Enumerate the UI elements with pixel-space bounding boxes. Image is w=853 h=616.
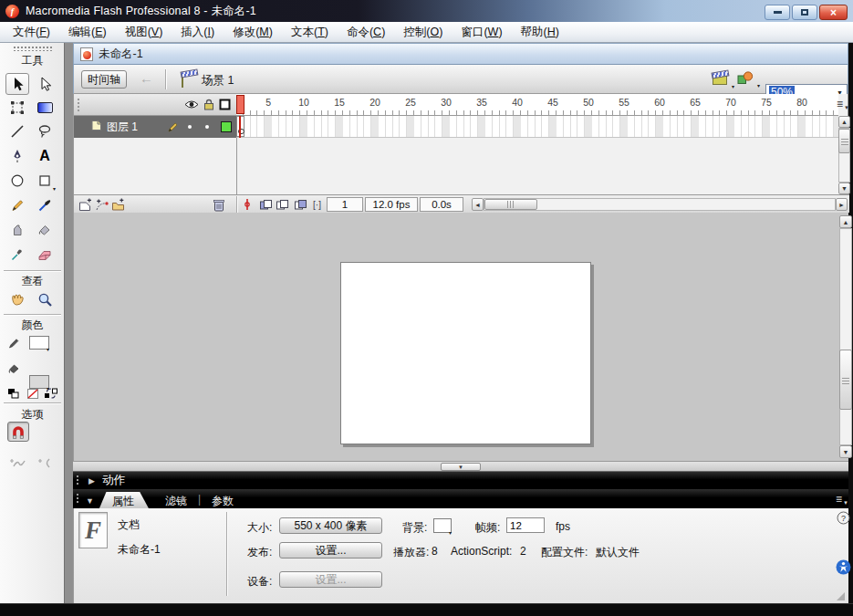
line-tool[interactable] (5, 120, 29, 142)
menu-item[interactable]: 控制(O) (394, 23, 452, 42)
smooth-option-button[interactable] (5, 452, 28, 474)
onion-skin-button[interactable] (258, 197, 274, 212)
layer-name[interactable]: 图层 1 (107, 120, 138, 135)
lasso-tool[interactable] (33, 120, 57, 142)
subselection-tool[interactable] (33, 73, 57, 95)
onion-skin-outlines-button[interactable] (275, 197, 290, 212)
device-settings-button[interactable]: 设置... (279, 571, 382, 588)
rectangle-tool[interactable]: ▾ (33, 170, 57, 192)
timeline-scroll-right[interactable]: ► (836, 198, 848, 211)
modify-onion-markers-button[interactable]: [·] (309, 197, 325, 212)
actions-panel-header[interactable]: ▶ 动作 (73, 472, 848, 489)
close-button[interactable]: × (819, 5, 848, 20)
pencil-tool[interactable] (5, 194, 29, 216)
panel-resize-grip[interactable] (837, 592, 845, 600)
collapse-arrow-icon[interactable]: ▼ (86, 496, 94, 506)
add-motion-guide-button[interactable] (94, 197, 109, 212)
document-title-bar[interactable]: 未命名-1 (73, 43, 848, 65)
menu-item[interactable]: 文本(T) (282, 23, 338, 42)
hand-tool[interactable] (5, 288, 29, 310)
publish-settings-button[interactable]: 设置... (279, 542, 382, 559)
paint-bucket-tool[interactable] (33, 219, 57, 241)
center-frame-button[interactable] (240, 197, 254, 212)
timeline-scroll-left[interactable]: ◄ (472, 198, 484, 211)
panel-divider[interactable]: ▼ (73, 461, 848, 472)
panel-grip[interactable] (76, 475, 80, 486)
pen-tool[interactable] (5, 145, 29, 167)
brush-tool[interactable] (33, 194, 57, 216)
pasteboard[interactable]: ▲ ▼ (73, 213, 848, 461)
oval-tool[interactable] (5, 170, 29, 192)
layer-row[interactable]: 图层 1 (74, 116, 236, 138)
stage-scroll-up[interactable]: ▲ (839, 215, 852, 228)
edit-scene-button[interactable]: ▾ (713, 72, 733, 88)
free-transform-tool[interactable] (5, 97, 29, 119)
show-hide-layers-icon[interactable] (184, 99, 199, 112)
timeline-scroll-down[interactable]: ▼ (838, 183, 850, 194)
tab-parameters[interactable]: 参数 (201, 492, 244, 508)
stage[interactable] (340, 262, 591, 444)
lock-layers-icon[interactable] (203, 99, 214, 113)
menu-item[interactable]: 插入(I) (172, 23, 224, 42)
elapsed-time-box[interactable]: 0.0s (420, 197, 463, 212)
accessibility-icon[interactable] (836, 559, 851, 578)
insert-layer-folder-button[interactable] (110, 197, 126, 212)
back-arrow-icon[interactable]: ← (140, 70, 153, 86)
playhead-marker[interactable] (236, 95, 244, 114)
size-button[interactable]: 550 x 400 像素 (279, 517, 382, 534)
timeline-scroll-up[interactable]: ▲ (838, 116, 850, 128)
restore-button[interactable] (792, 5, 817, 20)
selection-tool[interactable] (5, 73, 29, 95)
menu-item[interactable]: 视图(V) (116, 23, 172, 42)
timeline-toggle-button[interactable]: 时间轴 (81, 70, 127, 89)
frames-row[interactable] (236, 116, 838, 138)
edit-multiple-frames-button[interactable] (293, 197, 308, 212)
expand-arrow-icon[interactable]: ▶ (88, 476, 95, 485)
eyedropper-tool[interactable] (5, 244, 29, 266)
framerate-input[interactable] (506, 517, 545, 533)
minimize-button[interactable] (765, 5, 790, 20)
menu-item[interactable]: 编辑(E) (59, 23, 116, 42)
no-color-button[interactable] (24, 382, 42, 404)
ink-bottle-tool[interactable] (5, 219, 29, 241)
text-tool[interactable]: A (33, 145, 57, 167)
tab-filters[interactable]: 滤镜 (154, 492, 198, 508)
stage-vscroll-thumb[interactable] (839, 350, 852, 410)
menu-item[interactable]: 命令(C) (338, 23, 394, 42)
frame-ruler[interactable]: 5101520253035404550556065707580 (236, 94, 838, 116)
scene-name[interactable]: 场景 1 (202, 73, 234, 89)
edit-symbols-button[interactable]: ▾ (737, 70, 759, 88)
tab-properties[interactable]: 属性 (99, 492, 149, 508)
help-icon[interactable]: ? (837, 511, 850, 527)
zoom-tool[interactable] (33, 288, 57, 310)
insert-layer-button[interactable] (78, 197, 93, 212)
collapse-panels-button[interactable]: ▼ (441, 463, 481, 471)
panel-grip[interactable] (77, 98, 81, 111)
delete-layer-button[interactable] (211, 197, 226, 212)
actions-panel-title[interactable]: 动作 (102, 473, 125, 488)
menu-item[interactable]: 窗口(W) (452, 23, 511, 42)
layer-outline-color-swatch[interactable] (221, 121, 232, 132)
snap-to-objects-button[interactable] (7, 422, 29, 442)
layer-visibility-dot[interactable] (188, 125, 192, 129)
straighten-option-button[interactable] (33, 452, 57, 474)
timeline-options-menu[interactable]: ≡▼ (837, 98, 849, 110)
gradient-transform-tool[interactable] (33, 97, 57, 119)
timeline-hscroll-thumb[interactable] (484, 199, 537, 210)
swap-colors-button[interactable] (42, 382, 60, 404)
stage-scroll-down[interactable]: ▼ (839, 445, 852, 458)
menu-item[interactable]: 帮助(H) (512, 23, 568, 42)
panel-grip[interactable] (13, 46, 53, 51)
background-color-swatch[interactable]: ▾ (433, 518, 452, 533)
current-frame-box[interactable]: 1 (327, 197, 363, 212)
eraser-tool[interactable] (33, 244, 57, 266)
menu-item[interactable]: 文件(F) (4, 23, 59, 42)
timeline-vscroll-thumb[interactable] (838, 129, 850, 153)
menu-item[interactable]: 修改(M) (224, 23, 282, 42)
stroke-color-swatch[interactable]: ▾ (29, 336, 49, 350)
default-colors-button[interactable] (5, 382, 23, 404)
layer-lock-dot[interactable] (205, 125, 209, 129)
properties-options-menu[interactable]: ≡▼ (836, 493, 848, 506)
panel-grip[interactable] (76, 493, 80, 505)
stage-vscroll-track[interactable] (839, 228, 852, 445)
